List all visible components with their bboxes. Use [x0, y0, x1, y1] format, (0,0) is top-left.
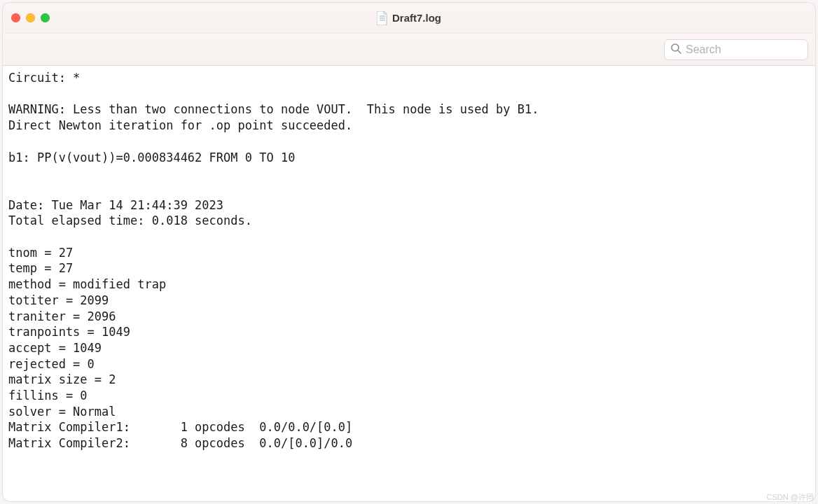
search-input[interactable]: [686, 43, 802, 56]
search-field[interactable]: [664, 39, 808, 60]
log-content: Circuit: * WARNING: Less than two connec…: [3, 66, 815, 501]
close-button[interactable]: [11, 13, 20, 22]
svg-line-4: [678, 50, 681, 53]
window-controls: [11, 13, 50, 22]
minimize-button[interactable]: [26, 13, 35, 22]
document-icon: [377, 11, 388, 25]
watermark: CSDN @许同: [767, 492, 814, 503]
titlebar: Draft7.log: [3, 3, 815, 34]
window-title: Draft7.log: [392, 12, 441, 24]
app-window: Draft7.log Circuit: * WARNING: Less than…: [3, 3, 815, 501]
maximize-button[interactable]: [41, 13, 50, 22]
log-text: Circuit: * WARNING: Less than two connec…: [8, 71, 539, 450]
title-center: Draft7.log: [3, 11, 815, 25]
toolbar: [3, 34, 815, 66]
search-icon: [670, 43, 681, 57]
